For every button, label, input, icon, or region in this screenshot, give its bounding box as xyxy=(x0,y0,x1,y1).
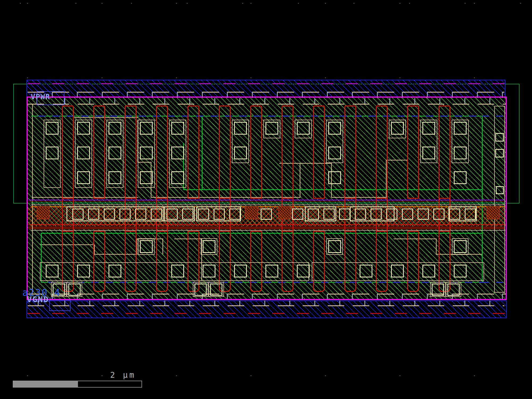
contact-square xyxy=(265,122,278,135)
contact-square xyxy=(328,171,341,184)
contact-square xyxy=(297,122,310,135)
contact-square xyxy=(496,186,504,194)
poly-finger xyxy=(156,231,168,292)
poly-finger xyxy=(219,106,231,199)
poly-finger xyxy=(282,106,293,199)
contact-square xyxy=(234,122,247,135)
licon-square xyxy=(371,209,382,220)
poly-finger xyxy=(282,231,293,292)
contact-square xyxy=(68,284,81,296)
contact-square xyxy=(140,240,153,253)
contact-square xyxy=(46,122,59,135)
poly-finger xyxy=(93,231,105,292)
poly-finger xyxy=(376,106,388,199)
via-square xyxy=(37,206,49,219)
contact-square xyxy=(265,265,278,277)
label-via-box xyxy=(49,300,70,311)
licon-square xyxy=(433,209,444,220)
licon-square xyxy=(167,209,178,220)
licon-square xyxy=(355,209,366,220)
contact-square xyxy=(422,265,435,277)
contact-square xyxy=(77,171,90,184)
ground-label: VGND xyxy=(27,294,49,304)
poly-finger xyxy=(125,106,136,199)
contact-square xyxy=(234,147,247,159)
licon-square xyxy=(323,209,335,220)
contact-square xyxy=(432,284,444,296)
contact-square xyxy=(140,147,153,159)
contact-square xyxy=(109,171,121,184)
licon-square xyxy=(465,209,476,220)
contact-square xyxy=(297,265,310,277)
poly-finger xyxy=(62,106,74,199)
contact-square xyxy=(171,171,184,184)
contact-square xyxy=(454,122,467,135)
contact-square xyxy=(140,122,153,135)
contact-square xyxy=(422,147,435,159)
poly-finger xyxy=(93,106,105,199)
contact-square xyxy=(328,147,341,159)
contact-square xyxy=(360,265,372,277)
contact-square xyxy=(203,240,215,253)
poly-finger xyxy=(250,106,262,199)
contact-square xyxy=(328,122,341,135)
poly-finger xyxy=(156,106,168,199)
licon-square xyxy=(229,209,240,220)
licon-square xyxy=(198,209,209,220)
contact-square xyxy=(495,133,504,142)
licon-square xyxy=(261,209,272,220)
licon-square xyxy=(449,209,460,220)
licon-square xyxy=(418,209,429,220)
licon-square xyxy=(182,209,193,220)
via-square xyxy=(487,206,500,219)
licon-square xyxy=(308,209,319,220)
via-square xyxy=(278,206,291,219)
poly-finger xyxy=(313,231,325,292)
poly-finger xyxy=(407,231,419,292)
poly-finger xyxy=(125,231,136,292)
licon-square xyxy=(339,209,350,220)
licon-square xyxy=(104,209,115,220)
contact-square xyxy=(77,147,90,159)
poly-finger xyxy=(439,106,450,199)
contact-square xyxy=(454,171,467,184)
contact-square xyxy=(194,284,207,296)
contact-square xyxy=(171,147,184,159)
poly-finger xyxy=(250,231,262,292)
licon-square xyxy=(402,209,413,220)
contact-square xyxy=(495,149,504,157)
licon-square xyxy=(214,209,225,220)
poly-finger xyxy=(344,106,356,199)
scale-bar-label: 2 µm xyxy=(110,370,136,380)
licon-square xyxy=(72,209,84,220)
contact-square xyxy=(447,284,460,296)
poly-finger xyxy=(188,106,199,199)
via-square xyxy=(245,206,258,219)
contact-square xyxy=(234,265,247,277)
contact-square xyxy=(454,147,467,159)
contact-square xyxy=(391,122,404,135)
licon-square xyxy=(386,209,397,220)
scale-bar xyxy=(13,381,142,388)
contact-square xyxy=(109,265,121,277)
poly-finger xyxy=(376,231,388,292)
contact-square xyxy=(391,265,404,277)
licon-square xyxy=(135,209,146,220)
layout-viewer-canvas[interactable]: VPWR a230_4 VGND 2 µm xyxy=(0,0,532,399)
contact-square xyxy=(77,122,90,135)
contact-square xyxy=(77,265,90,277)
licon-square xyxy=(119,209,131,220)
licon-square xyxy=(151,209,162,220)
poly-finger xyxy=(344,231,356,292)
contact-square xyxy=(171,122,184,135)
power-label: VPWR xyxy=(31,93,50,101)
licon-square xyxy=(292,209,303,220)
layout-shapes xyxy=(0,0,532,399)
contact-square xyxy=(454,240,467,253)
contact-square xyxy=(210,284,222,296)
contact-square xyxy=(46,265,59,277)
poly-finger xyxy=(407,106,419,199)
contact-square xyxy=(454,265,467,277)
poly-finger xyxy=(313,106,325,199)
contact-square xyxy=(171,265,184,277)
